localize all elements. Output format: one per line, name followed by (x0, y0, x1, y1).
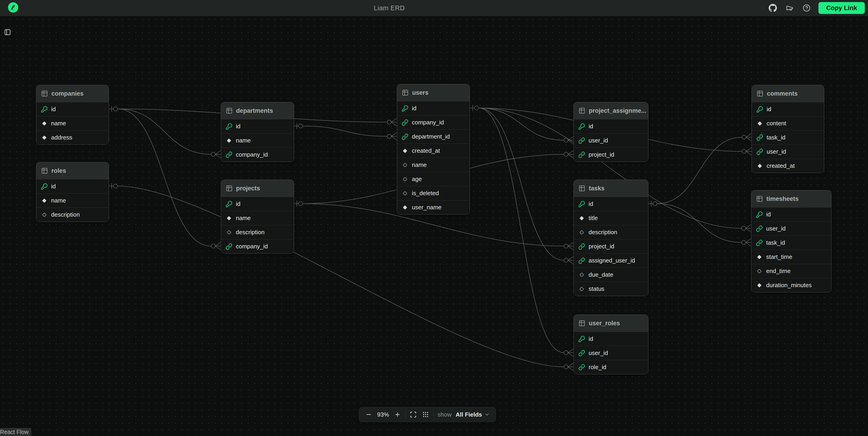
field-row-users-id[interactable]: id (397, 101, 470, 115)
table-header-user_roles[interactable]: user_roles (574, 315, 648, 332)
table-icon (579, 320, 585, 326)
field-row-roles-description[interactable]: description (36, 208, 109, 222)
table-header-project_assignments[interactable]: project_assignme... (574, 102, 648, 119)
field-row-timesheets-start_time[interactable]: start_time (751, 250, 831, 264)
field-label: user_id (589, 137, 608, 144)
field-row-user_roles-role_id[interactable]: role_id (574, 360, 648, 374)
diamond-filled-icon (402, 204, 408, 211)
table-header-timesheets[interactable]: timesheets (751, 190, 831, 207)
table-node-user_roles[interactable]: user_rolesiduser_idrole_id (574, 315, 648, 374)
megaphone-icon (786, 4, 794, 12)
field-row-departments-name[interactable]: name (221, 133, 294, 148)
link-icon (578, 137, 585, 144)
field-row-timesheets-end_time[interactable]: end_time (751, 264, 831, 278)
field-row-companies-name[interactable]: name (36, 116, 109, 130)
github-button[interactable] (768, 3, 778, 13)
table-header-companies[interactable]: companies (36, 85, 109, 102)
field-row-projects-company_id[interactable]: company_id (221, 239, 294, 253)
table-node-departments[interactable]: departmentsidnamecompany_id (221, 102, 294, 162)
copy-link-button[interactable]: Copy Link (818, 2, 865, 14)
table-header-roles[interactable]: roles (36, 162, 109, 179)
key-icon (225, 201, 232, 208)
field-label: id (767, 106, 771, 113)
sidebar-toggle-button[interactable] (3, 27, 12, 37)
cardinality-circle (114, 107, 118, 111)
announcements-button[interactable] (785, 3, 795, 13)
field-row-users-company_id[interactable]: company_id (397, 115, 470, 129)
table-node-timesheets[interactable]: timesheetsiduser_idtask_idstart_timeend_… (751, 190, 832, 292)
field-label: id (51, 106, 56, 113)
field-row-roles-name[interactable]: name (36, 193, 109, 208)
link-icon (756, 240, 763, 246)
help-button[interactable] (802, 3, 812, 13)
field-row-tasks-title[interactable]: title (574, 211, 648, 225)
field-label: created_at (767, 162, 795, 169)
field-row-users-age[interactable]: age (397, 172, 470, 186)
table-node-comments[interactable]: commentsidcontenttask_iduser_idcreated_a… (751, 85, 824, 173)
field-row-tasks-status[interactable]: status (574, 282, 648, 296)
field-row-roles-id[interactable]: id (36, 179, 109, 193)
field-row-comments-task_id[interactable]: task_id (752, 130, 824, 145)
diamond-filled-icon (225, 137, 232, 144)
field-row-user_roles-id[interactable]: id (574, 332, 648, 346)
table-header-comments[interactable]: comments (752, 85, 824, 102)
field-row-tasks-id[interactable]: id (574, 197, 648, 211)
field-row-comments-user_id[interactable]: user_id (752, 145, 824, 159)
table-node-companies[interactable]: companiesidnameaddress (36, 85, 109, 145)
field-row-project_assignments-user_id[interactable]: user_id (574, 133, 648, 148)
field-row-tasks-due_date[interactable]: due_date (574, 268, 648, 282)
field-label: company_id (412, 119, 444, 126)
table-header-departments[interactable]: departments (221, 102, 294, 119)
field-row-companies-address[interactable]: address (36, 130, 109, 145)
field-row-comments-id[interactable]: id (752, 102, 824, 116)
fit-view-button[interactable] (409, 409, 418, 419)
table-header-tasks[interactable]: tasks (574, 180, 648, 197)
field-label: id (236, 123, 240, 130)
react-flow-attribution[interactable]: React Flow (0, 428, 31, 436)
cardinality-circle (742, 226, 746, 230)
field-row-tasks-description[interactable]: description (574, 225, 648, 239)
field-row-project_assignments-id[interactable]: id (574, 119, 648, 133)
cardinality-circle (211, 244, 215, 248)
field-row-project_assignments-project_id[interactable]: project_id (574, 148, 648, 162)
field-row-user_roles-user_id[interactable]: user_id (574, 346, 648, 360)
field-label: user_id (767, 148, 786, 155)
field-row-users-user_name[interactable]: user_name (397, 200, 470, 214)
table-header-projects[interactable]: projects (221, 180, 294, 197)
field-row-departments-company_id[interactable]: company_id (221, 148, 294, 162)
field-row-companies-id[interactable]: id (36, 102, 109, 116)
field-row-timesheets-user_id[interactable]: user_id (751, 221, 831, 236)
table-header-users[interactable]: users (397, 84, 470, 101)
field-row-timesheets-task_id[interactable]: task_id (751, 236, 831, 250)
field-row-projects-id[interactable]: id (221, 197, 294, 211)
table-node-users[interactable]: usersidcompany_iddepartment_idcreated_at… (397, 84, 470, 215)
erd-canvas[interactable]: companiesidnameaddressrolesidnamedescrip… (0, 0, 868, 436)
table-node-projects[interactable]: projectsidnamedescriptioncompany_id (221, 180, 294, 254)
key-icon (578, 123, 585, 130)
liam-logo[interactable]: ℓ (8, 2, 18, 12)
field-row-projects-description[interactable]: description (221, 225, 294, 239)
zoom-out-button[interactable] (364, 409, 373, 419)
tidy-up-button[interactable] (421, 409, 430, 419)
field-row-tasks-project_id[interactable]: project_id (574, 239, 648, 253)
table-node-roles[interactable]: rolesidnamedescription (36, 162, 109, 222)
field-row-timesheets-id[interactable]: id (751, 207, 831, 221)
field-row-tasks-assigned_user_id[interactable]: assigned_user_id (574, 253, 648, 268)
field-row-projects-name[interactable]: name (221, 211, 294, 225)
table-node-project_assignments[interactable]: project_assignme...iduser_idproject_id (574, 102, 648, 162)
diamond-outline-icon (41, 211, 48, 218)
field-row-departments-id[interactable]: id (221, 119, 294, 133)
field-row-comments-content[interactable]: content (752, 116, 824, 130)
field-label: address (51, 134, 72, 141)
fields-filter-dropdown[interactable]: All Fields (455, 411, 491, 418)
field-row-comments-created_at[interactable]: created_at (752, 159, 824, 173)
field-row-users-department_id[interactable]: department_id (397, 129, 470, 144)
zoom-in-button[interactable] (393, 409, 402, 419)
table-node-tasks[interactable]: tasksidtitledescriptionproject_idassigne… (574, 180, 648, 296)
field-label: project_id (589, 243, 614, 250)
field-label: department_id (412, 133, 450, 140)
field-row-users-name[interactable]: name (397, 158, 470, 172)
field-row-users-is_deleted[interactable]: is_deleted (397, 186, 470, 200)
field-row-timesheets-duration_minutes[interactable]: duration_minutes (751, 278, 831, 292)
field-row-users-created_at[interactable]: created_at (397, 144, 470, 158)
